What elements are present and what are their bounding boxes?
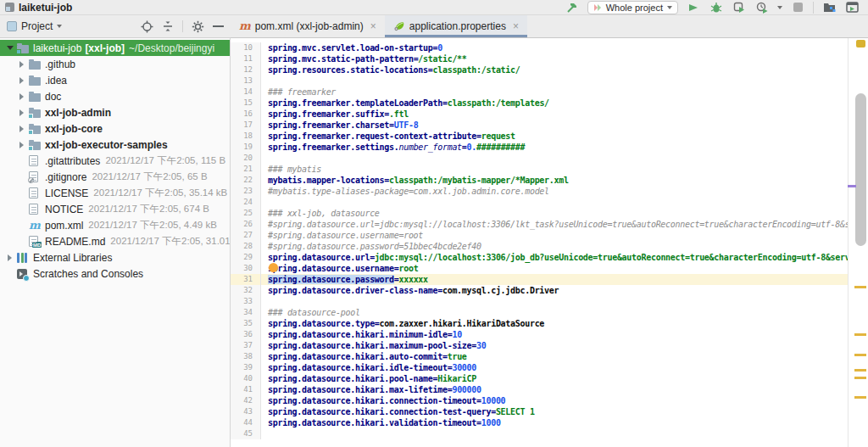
tree-item-.github[interactable]: .github xyxy=(0,56,230,72)
project-structure-icon[interactable] xyxy=(821,1,837,14)
tree-item-notice[interactable]: NOTICE2021/12/17 下午2:05, 674 B xyxy=(0,201,230,217)
warning-stripe-mark[interactable] xyxy=(854,396,866,399)
intention-bulb-icon[interactable] xyxy=(269,263,278,272)
tree-item-xxl-job-admin[interactable]: xxl-job-admin xyxy=(0,104,230,120)
collapse-all-icon[interactable] xyxy=(162,20,174,32)
close-icon[interactable]: × xyxy=(370,20,376,32)
tree-item-readme.md[interactable]: MDREADME.md2021/12/17 下午2:05, 31.01 xyxy=(0,233,230,249)
code-line-30[interactable]: 30spring.datasource.username=root xyxy=(231,263,868,274)
collapsed-arrow-icon[interactable] xyxy=(15,93,28,100)
editor-scrollbar-stripe[interactable] xyxy=(848,38,868,447)
code-line-22[interactable]: 22mybatis.mapper-locations=classpath:/my… xyxy=(231,175,868,186)
code-line-40[interactable]: 40spring.datasource.hikari.pool-name=Hik… xyxy=(231,373,868,384)
run-configuration-select[interactable]: Whole project xyxy=(587,1,678,14)
code-line-45[interactable]: 45 xyxy=(231,428,868,439)
tree-item-xxl-job-core[interactable]: xxl-job-core xyxy=(0,120,230,137)
run-button[interactable] xyxy=(686,1,701,14)
line-number: 16 xyxy=(231,109,261,120)
collapsed-arrow-icon[interactable] xyxy=(15,126,28,132)
line-number: 26 xyxy=(231,219,261,230)
line-number: 32 xyxy=(231,285,261,296)
line-number: 23 xyxy=(231,186,261,197)
warning-stripe-mark[interactable] xyxy=(854,369,866,372)
tree-item-xxl-job-executor-samples[interactable]: xxl-job-executor-samples xyxy=(0,137,230,153)
warning-stripe-mark[interactable] xyxy=(854,377,866,379)
code-line-39[interactable]: 39spring.datasource.hikari.idle-timeout=… xyxy=(231,362,868,373)
code-line-35[interactable]: 35spring.datasource.type=com.zaxxer.hika… xyxy=(231,318,868,329)
code-line-21[interactable]: 21### mybatis xyxy=(231,164,868,175)
hide-panel-icon[interactable] xyxy=(213,25,224,27)
text-file-icon xyxy=(28,187,45,198)
profiler-chevron-icon[interactable] xyxy=(777,6,782,9)
run-tool-window-icon[interactable] xyxy=(844,1,860,14)
tree-item-.gitignore[interactable]: .gitignore2021/12/17 下午2:05, 65 B xyxy=(0,169,230,185)
line-number: 33 xyxy=(231,296,261,307)
code-line-27[interactable]: 27#spring.datasource.username=root xyxy=(231,230,868,241)
expanded-arrow-icon[interactable] xyxy=(3,46,16,50)
line-content: spring.freemarker.charset=UTF-8 xyxy=(261,120,868,131)
line-content xyxy=(261,197,868,208)
code-line-29[interactable]: 29spring.datasource.url=jdbc:mysql://loc… xyxy=(231,252,868,263)
collapsed-arrow-icon[interactable] xyxy=(15,61,28,68)
code-line-24[interactable]: 24 xyxy=(231,197,868,208)
code-line-17[interactable]: 17spring.freemarker.charset=UTF-8 xyxy=(231,120,868,131)
code-line-28[interactable]: 28#spring.datasource.password=51bbec4bcd… xyxy=(231,241,868,252)
collapsed-arrow-icon[interactable] xyxy=(15,109,28,116)
code-line-41[interactable]: 41spring.datasource.hikari.max-lifetime=… xyxy=(231,384,868,395)
stripe-mark-purple[interactable] xyxy=(848,185,856,187)
code-line-14[interactable]: 14### freemarker xyxy=(231,87,868,98)
run-with-coverage-button[interactable] xyxy=(732,1,747,14)
code-line-23[interactable]: 23#mybatis.type-aliases-package=com.xxl.… xyxy=(231,186,868,197)
code-line-16[interactable]: 16spring.freemarker.suffix=.ftl xyxy=(231,109,868,120)
code-line-10[interactable]: 10spring.mvc.servlet.load-on-startup=0 xyxy=(231,42,868,53)
tree-item-external-libraries[interactable]: External Libraries xyxy=(0,249,230,265)
code-line-15[interactable]: 15spring.freemarker.templateLoaderPath=c… xyxy=(231,98,868,109)
close-icon[interactable]: × xyxy=(513,20,519,32)
collapsed-arrow-icon[interactable] xyxy=(15,142,28,148)
code-line-33[interactable]: 33 xyxy=(231,296,868,307)
tree-item-doc[interactable]: doc xyxy=(0,88,230,104)
debug-button[interactable] xyxy=(709,1,724,14)
code-line-43[interactable]: 43spring.datasource.hikari.connection-te… xyxy=(231,406,868,417)
line-number: 21 xyxy=(231,164,261,175)
warning-stripe-mark[interactable] xyxy=(854,286,866,288)
collapsed-arrow-icon[interactable] xyxy=(3,254,16,261)
locate-icon[interactable] xyxy=(141,20,153,33)
code-line-32[interactable]: 32spring.datasource.driver-class-name=co… xyxy=(231,285,868,296)
code-line-11[interactable]: 11spring.mvc.static-path-pattern=/static… xyxy=(231,53,868,64)
code-line-26[interactable]: 26#spring.datasource.url=jdbc:mysql://lo… xyxy=(231,219,868,230)
tree-item-laiketui-job[interactable]: laiketui-job[xxl-job]~/Desktop/beijingyi xyxy=(0,40,230,56)
code-line-25[interactable]: 25### xxl-job, datasource xyxy=(231,208,868,219)
code-line-13[interactable]: 13 xyxy=(231,75,868,87)
code-line-12[interactable]: 12spring.resources.static-locations=clas… xyxy=(231,64,868,75)
inspections-status-icon[interactable] xyxy=(856,40,865,47)
tree-item-.idea[interactable]: .idea xyxy=(0,72,230,88)
profiler-button[interactable] xyxy=(754,1,770,14)
code-line-31[interactable]: 31spring.datasource.password=xxxxxx xyxy=(231,274,868,285)
build-hammer-icon[interactable] xyxy=(565,1,580,14)
collapsed-arrow-icon[interactable] xyxy=(15,77,28,84)
code-line-44[interactable]: 44spring.datasource.hikari.validation-ti… xyxy=(231,417,868,428)
tab-pom-xml[interactable]: m pom.xml (xxl-job-admin) × xyxy=(231,15,385,37)
code-line-19[interactable]: 19spring.freemarker.settings.number_form… xyxy=(231,142,868,153)
tree-item-scratches-and-consoles[interactable]: Scratches and Consoles xyxy=(0,265,230,282)
code-line-34[interactable]: 34### datasource-pool xyxy=(231,307,868,318)
editor-pane[interactable]: 10spring.mvc.servlet.load-on-startup=011… xyxy=(231,38,868,447)
warning-stripe-mark[interactable] xyxy=(854,333,866,336)
code-line-18[interactable]: 18spring.freemarker.request-context-attr… xyxy=(231,131,868,142)
code-line-42[interactable]: 42spring.datasource.hikari.connection-ti… xyxy=(231,395,868,406)
code-line-38[interactable]: 38spring.datasource.hikari.auto-commit=t… xyxy=(231,351,868,362)
maven-icon: m xyxy=(239,21,251,31)
project-view-select[interactable]: Project xyxy=(7,20,62,32)
tree-item-license[interactable]: LICENSE2021/12/17 下午2:05, 35.14 kB xyxy=(0,185,230,201)
tree-item-pom.xml[interactable]: mpom.xml2021/12/17 下午2:05, 4.49 kB xyxy=(0,217,230,233)
scrollbar-thumb[interactable] xyxy=(855,93,866,246)
line-number: 30 xyxy=(231,263,261,274)
warning-stripe-mark[interactable] xyxy=(854,354,866,356)
code-line-37[interactable]: 37spring.datasource.hikari.maximum-pool-… xyxy=(231,340,868,351)
code-line-20[interactable]: 20 xyxy=(231,153,868,164)
settings-gear-icon[interactable] xyxy=(192,20,204,33)
tab-application-properties[interactable]: application.properties × xyxy=(385,15,527,37)
code-line-36[interactable]: 36spring.datasource.hikari.minimum-idle=… xyxy=(231,329,868,340)
tree-item-.gitattributes[interactable]: .gitattributes2021/12/17 下午2:05, 115 B xyxy=(0,153,230,169)
